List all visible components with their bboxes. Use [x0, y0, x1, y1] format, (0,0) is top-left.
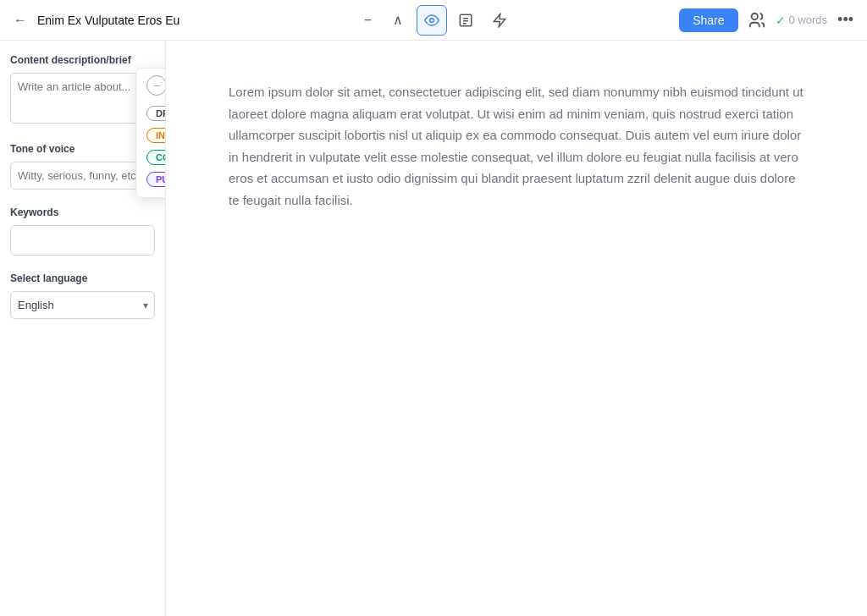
eye-icon: [424, 13, 439, 28]
minimize-icon: −: [364, 13, 372, 28]
keywords-section: Keywords: [10, 206, 155, 256]
status-inreview-row[interactable]: IN REVIEW: [143, 124, 166, 146]
topbar: ← Enim Ex Vulputate Eros Eu − ∧ Share ✓: [0, 0, 867, 41]
back-button[interactable]: ←: [10, 9, 30, 31]
status-dropdown: − ✓ DRAFT IN REVIEW COMPLETE PUBLISHED: [135, 68, 166, 198]
tone-section: Tone of voice: [10, 143, 155, 190]
sidebar: − ✓ DRAFT IN REVIEW COMPLETE PUBLISHED: [0, 41, 166, 616]
topbar-center: − ∧: [352, 5, 515, 36]
inreview-badge: IN REVIEW: [146, 128, 166, 143]
document-icon: [458, 13, 473, 28]
svg-point-0: [430, 18, 434, 22]
team-icon: [745, 8, 769, 32]
published-badge: PUBLISHED: [146, 172, 166, 187]
tone-label: Tone of voice: [10, 143, 155, 155]
editor-area[interactable]: Lorem ipsum dolor sit amet, consectetuer…: [166, 41, 867, 616]
editor-content: Lorem ipsum dolor sit amet, consectetuer…: [229, 81, 804, 211]
share-button[interactable]: Share: [679, 8, 737, 32]
content-description-label: Content description/brief: [10, 54, 155, 66]
keywords-input[interactable]: [10, 225, 155, 256]
lightning-button[interactable]: [484, 5, 515, 36]
main-layout: − ✓ DRAFT IN REVIEW COMPLETE PUBLISHED: [0, 41, 867, 616]
word-count: ✓ 0 words: [776, 14, 828, 27]
doc-button[interactable]: [450, 5, 481, 36]
language-select[interactable]: English Spanish French German Italian: [10, 291, 155, 319]
minus-icon: −: [146, 75, 166, 96]
content-description-section: Content description/brief: [10, 54, 155, 126]
more-options-button[interactable]: •••: [834, 8, 857, 32]
language-select-wrapper: English Spanish French German Italian ▾: [10, 291, 155, 319]
language-section: Select language English Spanish French G…: [10, 272, 155, 319]
language-label: Select language: [10, 272, 155, 284]
status-published-row[interactable]: PUBLISHED: [143, 168, 166, 190]
dropdown-header: − ✓: [143, 75, 166, 96]
expand-icon: ∧: [393, 12, 403, 28]
content-description-input[interactable]: [10, 73, 155, 124]
expand-button[interactable]: ∧: [383, 5, 413, 36]
back-icon: ←: [14, 13, 27, 27]
svg-point-6: [751, 13, 757, 19]
complete-badge: COMPLETE: [146, 150, 166, 165]
tone-input[interactable]: [10, 162, 155, 190]
lightning-icon: [492, 13, 507, 28]
status-complete-row[interactable]: COMPLETE: [143, 146, 166, 168]
topbar-right: Share ✓ 0 words •••: [522, 8, 857, 32]
svg-marker-5: [494, 14, 505, 26]
topbar-left: ← Enim Ex Vulputate Eros Eu: [10, 9, 345, 31]
keywords-label: Keywords: [10, 206, 155, 218]
view-button[interactable]: [417, 5, 447, 36]
draft-badge: DRAFT: [146, 106, 166, 121]
document-title: Enim Ex Vulputate Eros Eu: [37, 14, 179, 27]
minimize-button[interactable]: −: [352, 5, 383, 36]
status-draft-row[interactable]: DRAFT: [143, 102, 166, 124]
